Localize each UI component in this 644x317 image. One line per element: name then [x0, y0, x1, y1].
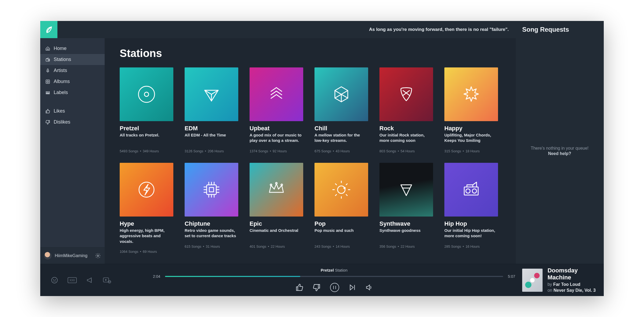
- station-name: Synthwave: [379, 220, 433, 227]
- station-tile[interactable]: [250, 163, 303, 217]
- play-pause-button[interactable]: [330, 283, 339, 292]
- station-description: Retro video game sounds, set to current …: [185, 228, 238, 239]
- station-description: All tracks on Pretzel.: [120, 132, 173, 144]
- mute-face-button[interactable]: [51, 277, 58, 284]
- station-tile[interactable]: [314, 163, 368, 217]
- svg-point-8: [49, 91, 50, 93]
- song-requests-title: Song Requests: [515, 26, 604, 33]
- station-meta: 1374 Songs•92 Hours: [250, 149, 303, 153]
- station-tile[interactable]: [185, 67, 238, 121]
- volume-button[interactable]: [365, 284, 373, 291]
- avatar[interactable]: [44, 252, 52, 260]
- radio-icon: [45, 57, 50, 62]
- station-tile[interactable]: [185, 163, 238, 217]
- safe-playlist-button[interactable]: [103, 277, 111, 283]
- stations-grid: Pretzel All tracks on Pretzel. 5493 Song…: [120, 67, 500, 254]
- sidebar-item-label: Likes: [54, 108, 65, 114]
- announce-button[interactable]: [86, 277, 93, 284]
- station-name: Happy: [444, 125, 498, 132]
- thumbs-down-icon: [313, 283, 321, 291]
- station-tile[interactable]: [444, 163, 498, 217]
- station-tile[interactable]: [120, 163, 173, 217]
- svg-rect-14: [207, 185, 216, 194]
- station-meta: 675 Songs•43 Hours: [314, 149, 368, 153]
- svg-point-16: [270, 184, 272, 186]
- track-metadata: Doomsday Machine by Far Too Loud on Neve…: [547, 267, 597, 293]
- chevrons-up-icon: [266, 84, 287, 105]
- bolt-circle-icon: [136, 179, 157, 200]
- explicit-filter-button[interactable]: XXX: [68, 277, 77, 283]
- station-tile[interactable]: [379, 67, 433, 121]
- station-description: High energy, high BPM, aggressive beats …: [120, 228, 173, 244]
- svg-point-19: [338, 186, 345, 193]
- dislike-button[interactable]: [313, 283, 321, 291]
- current-time: 2:04: [153, 274, 160, 279]
- gear-icon: [95, 253, 101, 259]
- logo[interactable]: [40, 21, 57, 38]
- svg-point-17: [276, 182, 277, 184]
- svg-point-12: [144, 92, 149, 96]
- sidebar-item-dislikes[interactable]: Dislikes: [40, 117, 105, 128]
- sun-icon: [331, 179, 352, 200]
- station-description: All EDM - All the Time: [185, 132, 238, 144]
- sidebar-item-home[interactable]: Home: [40, 43, 105, 54]
- station-name: Hype: [120, 220, 173, 227]
- svg-rect-21: [464, 187, 478, 195]
- like-button[interactable]: [295, 283, 303, 291]
- sidebar-item-artists[interactable]: Artists: [40, 65, 105, 76]
- sidebar-item-label: Albums: [54, 79, 70, 84]
- station-tile[interactable]: [250, 67, 303, 121]
- station-card: EDM All EDM - All the Time 3126 Songs•20…: [185, 67, 238, 153]
- chip-icon: [201, 179, 222, 200]
- main-content: Stations Pretzel All tracks on Pretzel. …: [105, 38, 515, 264]
- sidebar-item-stations[interactable]: Stations: [40, 54, 105, 65]
- station-description: A mellow station for the low-key streams…: [314, 132, 368, 144]
- sidebar-item-label: Labels: [54, 90, 68, 95]
- seek-bar[interactable]: [165, 276, 503, 277]
- station-tile[interactable]: [444, 67, 498, 121]
- skip-icon: [349, 284, 356, 291]
- station-description: A good mix of our music to play over a l…: [250, 132, 303, 144]
- player-utility-buttons: XXX: [40, 277, 153, 284]
- sidebar-item-labels[interactable]: Labels: [40, 87, 105, 98]
- album-art[interactable]: [522, 269, 543, 292]
- svg-rect-15: [209, 188, 214, 192]
- station-card: Epic Cinematic and Orchestral 401 Songs•…: [250, 163, 303, 254]
- station-meta: 615 Songs•31 Hours: [185, 244, 238, 248]
- station-name: Upbeat: [250, 125, 303, 132]
- station-meta: 5493 Songs•349 Hours: [120, 149, 173, 153]
- station-card: Hip Hop Our initial Hip Hop station, mor…: [444, 163, 498, 254]
- queue-empty-text: There's nothing in your queue!: [531, 146, 589, 151]
- sidebar-item-label: Dislikes: [54, 119, 70, 125]
- station-meta: 243 Songs•14 Hours: [314, 244, 368, 248]
- next-button[interactable]: [349, 284, 356, 291]
- station-tile[interactable]: [379, 163, 433, 217]
- player-controls: [153, 283, 515, 292]
- station-name: Epic: [250, 220, 303, 227]
- svg-point-5: [47, 81, 48, 82]
- seek-fill: [165, 276, 300, 277]
- sidebar-item-albums[interactable]: Albums: [40, 76, 105, 87]
- station-meta: 315 Songs•18 Hours: [444, 149, 498, 153]
- station-description: Pop music and such: [314, 228, 368, 239]
- station-tile[interactable]: [120, 67, 173, 121]
- svg-point-33: [330, 283, 339, 292]
- settings-button[interactable]: [95, 253, 101, 259]
- station-meta: 401 Songs•22 Hours: [250, 244, 303, 248]
- triangle-bar-icon: [396, 179, 417, 200]
- boombox-icon: [460, 179, 482, 200]
- station-card: Pretzel All tracks on Pretzel. 5493 Song…: [120, 67, 173, 153]
- sidebar-item-likes[interactable]: Likes: [40, 106, 105, 117]
- player-bar: XXX Pretzel Station 2:04 5:07: [40, 264, 604, 296]
- station-description: Cinematic and Orchestral: [250, 228, 303, 239]
- svg-point-7: [47, 91, 49, 93]
- svg-point-22: [466, 189, 470, 193]
- track-artist[interactable]: Far Too Loud: [553, 282, 580, 287]
- need-help-link[interactable]: Need help?: [548, 151, 571, 156]
- thumbs-up-icon: [295, 283, 303, 291]
- volume-icon: [365, 284, 373, 291]
- station-tile[interactable]: [314, 67, 368, 121]
- station-description: Our initial Rock station, more coming so…: [379, 132, 433, 144]
- track-album[interactable]: Never Say Die, Vol. 3: [554, 288, 596, 293]
- svg-point-6: [46, 91, 47, 93]
